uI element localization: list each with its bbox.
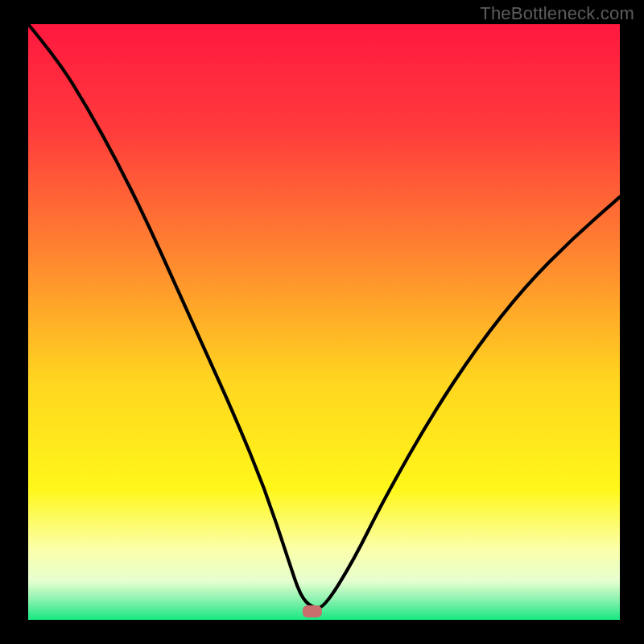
optimal-marker (303, 605, 322, 617)
watermark-text: TheBottleneck.com (480, 3, 634, 24)
bottleneck-chart (0, 0, 644, 644)
plot-background (28, 24, 620, 620)
chart-frame: TheBottleneck.com (0, 0, 644, 644)
